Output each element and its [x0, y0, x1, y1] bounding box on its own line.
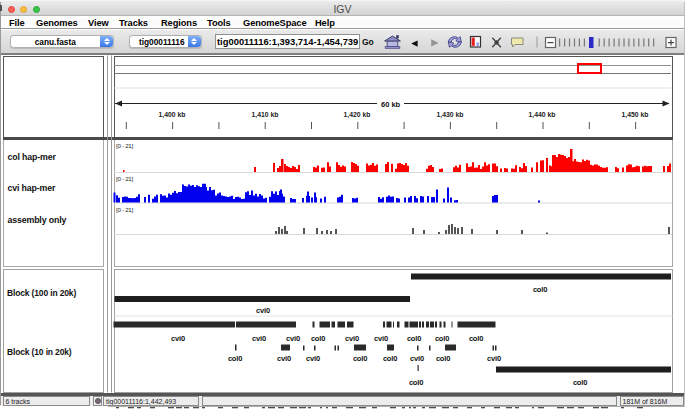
svg-text:60 kb: 60 kb — [381, 100, 401, 109]
